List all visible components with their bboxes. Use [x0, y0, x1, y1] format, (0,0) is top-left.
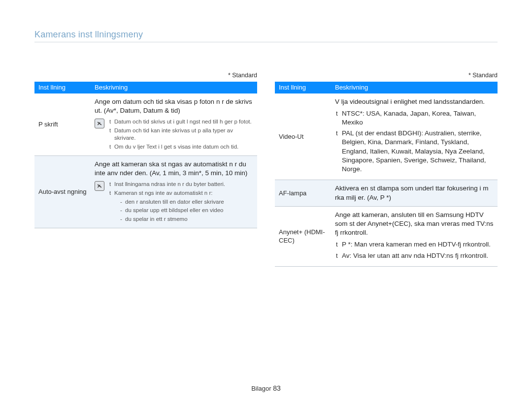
note-item: Datum och tid kan inte skrivas ut p alla… [109, 127, 253, 142]
note-item: Om du v ljer Text i l get s visas inte d… [109, 143, 253, 151]
note-block: Inst llningarna ndras inte n r du byter … [95, 181, 253, 224]
th-setting: Inst llning [34, 82, 91, 93]
note-item: Inst llningarna ndras inte n r du byter … [109, 181, 225, 188]
title-rule [34, 42, 498, 42]
th-setting: Inst llning [275, 82, 331, 93]
bullet-item: Av: Visa ler utan att anv nda HDTV:ns fj… [336, 251, 494, 260]
page-footer: Bilagor 83 [0, 384, 532, 392]
sub-item: du spelar upp ett bildspel eller en vide… [120, 207, 225, 215]
setting-desc-cell: V lja videoutsignal i enlighet med lands… [331, 93, 498, 180]
standard-note-left: * Standard [34, 72, 257, 79]
bullet-item: PAL (st der endast BDGHI): Australien, s… [336, 129, 494, 174]
setting-desc: Ange att kameran ska st ngas av automati… [95, 160, 253, 178]
setting-name: AF-lampa [275, 180, 331, 206]
left-column: * Standard Inst llning Beskrivning P skr… [34, 72, 257, 267]
setting-desc-cell: Ange att kameran, ansluten till en Samsu… [331, 206, 498, 266]
table-row: P skrift Ange om datum och tid ska visas… [34, 93, 257, 156]
right-column: * Standard Inst llning Beskrivning Video… [275, 72, 498, 267]
settings-table-right: Inst llning Beskrivning Video-Ut V lja v… [275, 82, 498, 267]
setting-desc: Aktivera en st dlampa som underl ttar fo… [335, 184, 494, 202]
footer-section: Bilagor [251, 385, 271, 392]
note-icon [95, 181, 104, 191]
footer-page-number: 83 [273, 384, 281, 392]
note-icon [95, 119, 104, 128]
bullet-list: P *: Man vrera kameran med en HDTV-fj rr… [335, 240, 494, 260]
table-row: Auto-avst ngning Ange att kameran ska st… [34, 156, 257, 228]
setting-desc: Ange att kameran, ansluten till en Samsu… [335, 211, 494, 238]
settings-table-left: Inst llning Beskrivning P skrift Ange om… [34, 82, 257, 228]
page-title-wrap: Kamerans inst llningsmeny [34, 30, 498, 42]
th-description: Beskrivning [91, 82, 257, 93]
table-row: AF-lampa Aktivera en st dlampa som under… [275, 180, 498, 206]
sub-item: den r ansluten till en dator eller skriv… [120, 198, 225, 206]
setting-desc-cell: Ange att kameran ska st ngas av automati… [91, 156, 257, 228]
setting-desc: Ange om datum och tid ska visas p foton … [95, 97, 253, 115]
columns: * Standard Inst llning Beskrivning P skr… [34, 72, 498, 267]
sub-item: du spelar in ett r stmemo [120, 216, 225, 223]
note-item-text: Kameran st ngs inte av automatiskt n r: [114, 190, 212, 196]
page-title: Kamerans inst llningsmeny [34, 30, 498, 42]
setting-desc-cell: Aktivera en st dlampa som underl ttar fo… [331, 180, 498, 206]
setting-name: Video-Ut [275, 93, 331, 180]
note-item: Datum och tid skrivs ut i gult l ngst ne… [109, 118, 253, 126]
setting-name: P skrift [34, 93, 91, 156]
setting-name: Auto-avst ngning [34, 156, 91, 228]
setting-desc: V lja videoutsignal i enlighet med lands… [335, 97, 494, 106]
bullet-item: P *: Man vrera kameran med en HDTV-fj rr… [336, 240, 494, 249]
bullet-list: NTSC*: USA, Kanada, Japan, Korea, Taiwan… [335, 109, 494, 174]
standard-note-right: * Standard [275, 72, 498, 79]
note-list: Inst llningarna ndras inte n r du byter … [109, 181, 225, 224]
note-block: Datum och tid skrivs ut i gult l ngst ne… [95, 118, 253, 152]
note-list: Datum och tid skrivs ut i gult l ngst ne… [109, 118, 253, 152]
bullet-item: NTSC*: USA, Kanada, Japan, Korea, Taiwan… [336, 109, 494, 127]
note-item: Kameran st ngs inte av automatiskt n r: … [109, 189, 225, 223]
setting-desc-cell: Ange om datum och tid ska visas p foton … [91, 93, 257, 156]
table-row: Video-Ut V lja videoutsignal i enlighet … [275, 93, 498, 180]
sub-list: den r ansluten till en dator eller skriv… [114, 198, 225, 223]
table-row: Anynet+ (HDMI-CEC) Ange att kameran, ans… [275, 206, 498, 266]
setting-name: Anynet+ (HDMI-CEC) [275, 206, 331, 266]
th-description: Beskrivning [331, 82, 498, 93]
